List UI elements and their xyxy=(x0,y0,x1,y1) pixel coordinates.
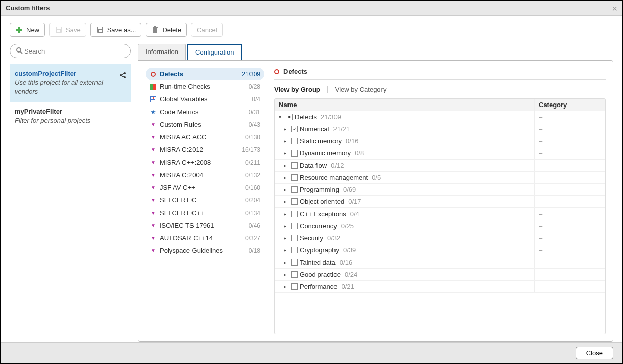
row-count: 0/4 xyxy=(350,210,359,218)
filter-name: myPrivateFilter xyxy=(15,107,126,116)
checkbox[interactable] xyxy=(291,247,298,253)
category-row[interactable]: ▼SEI CERT C0/204 xyxy=(146,194,264,206)
filter-list: customProjectFilterUse this project for … xyxy=(10,64,131,342)
search-box[interactable] xyxy=(10,44,131,58)
caret-icon[interactable] xyxy=(284,126,289,132)
category-list: Defects21/309Run-time Checks0/28Global V… xyxy=(146,68,264,334)
caret-icon[interactable] xyxy=(284,138,289,144)
row-count: 0/24 xyxy=(345,271,357,278)
close-icon[interactable]: × xyxy=(612,4,617,14)
category-row[interactable]: ▼MISRA C:20040/132 xyxy=(146,169,264,181)
save-as-button[interactable]: Save as... xyxy=(90,23,142,37)
caret-icon[interactable] xyxy=(284,272,289,277)
filter-item[interactable]: customProjectFilterUse this project for … xyxy=(10,64,131,102)
checkbox[interactable] xyxy=(291,259,298,266)
category-count: 0/204 xyxy=(245,197,260,204)
caret-icon[interactable] xyxy=(284,199,289,204)
category-icon xyxy=(150,96,157,103)
category-row[interactable]: ▼Polyspace Guidelines0/18 xyxy=(146,244,264,257)
delete-button[interactable]: Delete xyxy=(146,23,187,37)
caret-icon[interactable] xyxy=(284,223,289,229)
category-row[interactable]: ▼MISRA C++:20080/211 xyxy=(146,156,264,169)
caret-icon[interactable] xyxy=(284,259,289,265)
view-by-category[interactable]: View by Category xyxy=(335,86,387,93)
tree-row[interactable]: Cryptography0/39– xyxy=(275,244,605,256)
checkbox[interactable] xyxy=(291,223,298,229)
caret-icon[interactable] xyxy=(284,284,289,289)
tree-row[interactable]: Good practice0/24– xyxy=(275,269,605,281)
category-row[interactable]: ▼Custom Rules0/43 xyxy=(146,118,264,131)
tree-row[interactable]: Static memory0/16– xyxy=(275,135,605,147)
col-category-header[interactable]: Category xyxy=(535,99,605,111)
row-count: 0/21 xyxy=(341,283,354,290)
filter-item[interactable]: myPrivateFilterFilter for personal proje… xyxy=(10,102,131,130)
category-row[interactable]: Run-time Checks0/28 xyxy=(146,80,264,93)
checkbox[interactable] xyxy=(291,162,298,169)
category-row[interactable]: Global Variables0/4 xyxy=(146,93,264,106)
search-input[interactable] xyxy=(23,47,125,56)
caret-icon[interactable] xyxy=(284,175,289,180)
tree-row[interactable]: Object oriented0/17– xyxy=(275,196,605,208)
checkbox[interactable] xyxy=(291,138,298,144)
new-button[interactable]: New xyxy=(10,23,45,37)
tabs: Information Configuration xyxy=(138,44,613,60)
col-name-header[interactable]: Name xyxy=(275,99,535,111)
category-row[interactable]: ★Code Metrics0/31 xyxy=(146,106,264,118)
view-by-group[interactable]: View by Group xyxy=(274,86,320,93)
tree-row[interactable]: Security0/32– xyxy=(275,232,605,244)
tree-row[interactable]: Programming0/69– xyxy=(275,184,605,196)
category-row[interactable]: ▼AUTOSAR C++140/327 xyxy=(146,232,264,244)
row-label: Defects xyxy=(295,113,317,121)
content: Information Configuration Defects21/309R… xyxy=(138,44,613,342)
row-category: – xyxy=(535,220,605,232)
category-count: 0/4 xyxy=(252,96,260,103)
category-row[interactable]: Defects21/309 xyxy=(146,68,264,80)
tab-information[interactable]: Information xyxy=(138,44,186,60)
tree-row[interactable]: Tainted data0/16– xyxy=(275,256,605,269)
checkbox[interactable] xyxy=(291,198,298,205)
category-row[interactable]: ▼SEI CERT C++0/134 xyxy=(146,206,264,219)
tree-row[interactable]: Dynamic memory0/8– xyxy=(275,147,605,160)
share-icon[interactable] xyxy=(119,71,127,82)
tree-row[interactable]: Numerical21/21– xyxy=(275,123,605,135)
category-count: 0/130 xyxy=(245,134,260,141)
tree-row[interactable]: Data flow0/12– xyxy=(275,160,605,172)
caret-icon[interactable] xyxy=(284,163,289,168)
row-count: 0/12 xyxy=(331,162,344,169)
trash-icon xyxy=(151,26,159,34)
row-label: Programming xyxy=(300,186,339,193)
checkbox[interactable] xyxy=(291,150,298,157)
caret-icon[interactable] xyxy=(284,247,289,253)
row-label: Dynamic memory xyxy=(300,149,351,157)
row-label: Static memory xyxy=(300,137,342,145)
category-count: 0/31 xyxy=(249,109,260,116)
tree-row[interactable]: Performance0/21– xyxy=(275,281,605,293)
tree-row-root[interactable]: Defects21/309– xyxy=(275,111,605,123)
caret-icon[interactable] xyxy=(284,235,289,241)
checkbox[interactable] xyxy=(291,186,298,193)
checkbox[interactable] xyxy=(286,114,293,120)
category-row[interactable]: ▼JSF AV C++0/160 xyxy=(146,181,264,194)
row-label: Resource management xyxy=(300,174,368,181)
close-button[interactable]: Close xyxy=(576,347,613,359)
tree-row[interactable]: Resource management0/5– xyxy=(275,172,605,184)
checkbox[interactable] xyxy=(291,174,298,181)
caret-icon[interactable] xyxy=(279,114,284,120)
tree-row[interactable]: C++ Exceptions0/4– xyxy=(275,208,605,220)
checkbox[interactable] xyxy=(291,126,298,132)
category-row[interactable]: ▼MISRA AC AGC0/130 xyxy=(146,131,264,143)
tab-configuration[interactable]: Configuration xyxy=(187,44,242,60)
checkbox[interactable] xyxy=(291,211,298,217)
checkbox[interactable] xyxy=(291,235,298,241)
row-count: 0/16 xyxy=(346,137,358,145)
caret-icon[interactable] xyxy=(284,150,289,156)
category-row[interactable]: ▼ISO/IEC TS 179610/46 xyxy=(146,219,264,232)
row-label: Security xyxy=(300,234,323,242)
row-label: Numerical xyxy=(300,125,329,133)
checkbox[interactable] xyxy=(291,271,298,278)
caret-icon[interactable] xyxy=(284,187,289,192)
category-row[interactable]: ▼MISRA C:201216/173 xyxy=(146,143,264,156)
caret-icon[interactable] xyxy=(284,211,289,217)
tree-row[interactable]: Concurrency0/25– xyxy=(275,220,605,232)
checkbox[interactable] xyxy=(291,283,298,290)
